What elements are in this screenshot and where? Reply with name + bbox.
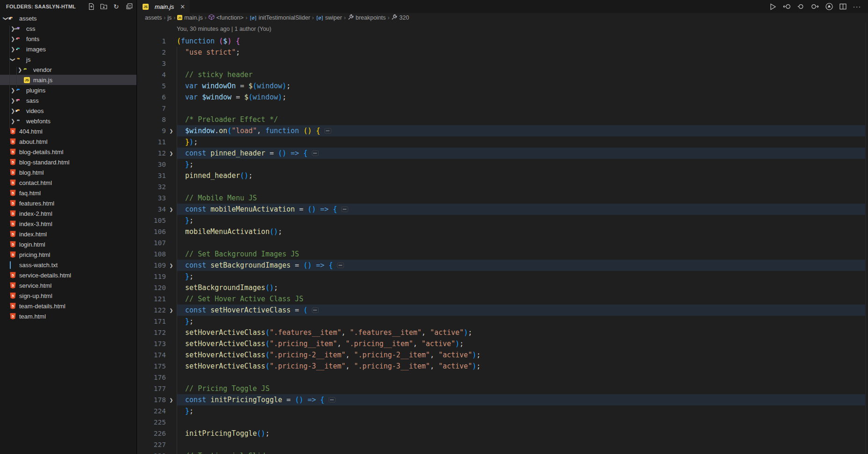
tree-item-main-js[interactable]: JSmain.js xyxy=(0,75,136,85)
new-folder-button[interactable] xyxy=(100,3,108,11)
code-line-content[interactable] xyxy=(177,417,865,428)
tree-chevron-icon[interactable]: ❯ xyxy=(9,119,17,124)
tree-item-pricing-html[interactable]: 5pricing.html xyxy=(0,249,136,260)
tree-item-assets[interactable]: ❯▤assets xyxy=(0,13,136,23)
tree-item-faq-html[interactable]: 5faq.html xyxy=(0,188,136,198)
fold-chevron-icon[interactable]: ❯ xyxy=(170,128,173,135)
code-line-content[interactable]: pinned_header(); xyxy=(177,170,865,181)
code-line-content[interactable]: // Set Hover Active Class JS xyxy=(177,293,865,305)
explorer-section-header[interactable]: FOLDERS: SAASLYN-HTML ↻ xyxy=(0,0,136,13)
tree-item-js[interactable]: ❯JSjs xyxy=(0,54,136,64)
code-line-content[interactable]: $window.on("load", function () {⋯ xyxy=(177,125,865,136)
tree-item-blog-html[interactable]: 5blog.html xyxy=(0,167,136,177)
code-line-content[interactable]: }; xyxy=(177,159,865,170)
code-line-content[interactable]: initPricingToggle(); xyxy=(177,428,865,439)
code-line-content[interactable]: // Testimonial Slider xyxy=(177,450,865,454)
folded-region-badge[interactable]: ⋯ xyxy=(341,206,348,212)
breadcrumb-item--function-[interactable]: <function> xyxy=(208,14,244,21)
tab-main-js[interactable]: JS main.js ✕ xyxy=(137,0,190,13)
code-line-content[interactable]: setHoverActiveClass(".pricing__item", ".… xyxy=(177,338,865,349)
folded-region-badge[interactable]: ⋯ xyxy=(312,307,319,313)
code-line-content[interactable]: // sticky header xyxy=(177,69,865,80)
code-line-content[interactable]: var $window = $(window); xyxy=(177,92,865,103)
new-file-button[interactable] xyxy=(87,3,95,11)
tree-item-features-html[interactable]: 5features.html xyxy=(0,198,136,208)
folded-region-badge[interactable]: ⋯ xyxy=(329,397,336,403)
code-line-content[interactable] xyxy=(177,237,865,248)
folded-region-badge[interactable]: ⋯ xyxy=(324,128,331,134)
code-line-content[interactable]: setHoverActiveClass(".pricing-3__item", … xyxy=(177,361,865,372)
code-line-content[interactable]: }; xyxy=(177,405,865,417)
code-line-content[interactable]: // Pricing Toggle JS xyxy=(177,383,865,394)
tab-close-icon[interactable]: ✕ xyxy=(180,4,185,10)
tree-chevron-icon[interactable]: ❯ xyxy=(9,88,17,93)
code-line-content[interactable]: setBackgroundImages(); xyxy=(177,282,865,293)
breadcrumb-item-inittestimonialslider[interactable]: [∅]initTestimonialSlider xyxy=(249,14,310,21)
code-line-content[interactable] xyxy=(177,103,865,114)
tree-item-team-details-html[interactable]: 5team-details.html xyxy=(0,301,136,311)
breadcrumb-item-js[interactable]: js xyxy=(167,14,172,21)
code-line-content[interactable] xyxy=(177,372,865,383)
code-line-content[interactable]: const pinned_header = () => {⋯ xyxy=(177,148,865,159)
tree-item-contact-html[interactable]: 5contact.html xyxy=(0,177,136,188)
fold-chevron-icon[interactable]: ❯ xyxy=(170,150,173,157)
code-line-content[interactable]: setHoverActiveClass(".features__item", "… xyxy=(177,327,865,338)
breadcrumb-item-320[interactable]: 320 xyxy=(391,14,409,21)
fold-chevron-icon[interactable]: ❯ xyxy=(170,307,173,314)
code-line-content[interactable]: const mobileMenuActivation = () => {⋯ xyxy=(177,204,865,215)
code-line-content[interactable]: "use strict"; xyxy=(177,47,865,58)
code-line-content[interactable]: }); xyxy=(177,136,865,148)
fold-chevron-icon[interactable]: ❯ xyxy=(170,206,173,213)
tree-item-videos[interactable]: ❯▶videos xyxy=(0,106,136,116)
tree-item-plugins[interactable]: ❯▪plugins xyxy=(0,85,136,95)
tree-item-login-html[interactable]: 5login.html xyxy=(0,239,136,249)
code-line-content[interactable] xyxy=(177,439,865,450)
code-line-content[interactable]: }; xyxy=(177,271,865,282)
tree-item-webfonts[interactable]: ❯webfonts xyxy=(0,116,136,126)
breadcrumb-item-breakpoints[interactable]: breakpoints xyxy=(348,14,386,21)
breadcrumb-item-main-js[interactable]: JSmain.js xyxy=(177,14,203,21)
current-change-button[interactable] xyxy=(796,2,805,11)
code-line-content[interactable]: const setBackgroundImages = () => {⋯ xyxy=(177,260,865,271)
split-editor-button[interactable] xyxy=(839,2,847,11)
code-line-content[interactable]: }; xyxy=(177,215,865,226)
tree-item-sign-up-html[interactable]: 5sign-up.html xyxy=(0,291,136,301)
code-line-content[interactable]: mobileMenuActivation(); xyxy=(177,226,865,237)
code-line-content[interactable]: setHoverActiveClass(".pricing-2__item", … xyxy=(177,349,865,361)
code-line-content[interactable]: }; xyxy=(177,316,865,327)
more-actions-button[interactable]: ··· xyxy=(853,2,861,11)
tree-item-index-3-html[interactable]: 5index-3.html xyxy=(0,219,136,229)
code-line-content[interactable]: const setHoverActiveClass = (⋯ xyxy=(177,305,865,316)
tree-item-about-html[interactable]: 5about.html xyxy=(0,136,136,147)
code-line-content[interactable] xyxy=(177,181,865,192)
fold-chevron-icon[interactable]: ❯ xyxy=(170,397,173,404)
tree-item-images[interactable]: ❯▲images xyxy=(0,44,136,54)
tree-item-index-html[interactable]: 5index.html xyxy=(0,229,136,239)
refresh-explorer-button[interactable]: ↻ xyxy=(112,3,120,11)
code-line-content[interactable] xyxy=(177,58,865,69)
code-line-content[interactable]: const initPricingToggle = () => {⋯ xyxy=(177,394,865,405)
next-change-button[interactable] xyxy=(811,2,819,11)
code-line-content[interactable]: var windowOn = $(window); xyxy=(177,80,865,92)
tree-item-index-2-html[interactable]: 5index-2.html xyxy=(0,208,136,219)
tree-item-blog-details-html[interactable]: 5blog-details.html xyxy=(0,147,136,157)
tree-item-sass-watch-txt[interactable]: sass-watch.txt xyxy=(0,260,136,270)
breadcrumb-item-swiper[interactable]: [∅]swiper xyxy=(316,14,342,21)
tree-item-css[interactable]: ❯csscss xyxy=(0,23,136,34)
prev-change-button[interactable] xyxy=(782,2,791,11)
tree-item-404-html[interactable]: 5404.html xyxy=(0,126,136,136)
tree-item-team-html[interactable]: 5team.html xyxy=(0,311,136,321)
tree-item-fonts[interactable]: ❯Afonts xyxy=(0,34,136,44)
folded-region-badge[interactable]: ⋯ xyxy=(337,262,344,268)
collapse-folders-button[interactable] xyxy=(125,3,133,11)
tree-item-vendor[interactable]: ❯▫vendor xyxy=(0,64,136,75)
code-line-content[interactable]: /* Preloader Effect */ xyxy=(177,114,865,125)
tree-item-service-details-html[interactable]: 5service-details.html xyxy=(0,270,136,280)
tree-item-sass[interactable]: ❯Ssass xyxy=(0,95,136,106)
code-line-content[interactable]: // Set Background Images JS xyxy=(177,248,865,260)
tree-chevron-icon[interactable]: ❯ xyxy=(16,67,24,72)
tree-item-blog-standard-html[interactable]: 5blog-standard.html xyxy=(0,157,136,167)
tree-item-service-html[interactable]: 5service.html xyxy=(0,280,136,291)
folded-region-badge[interactable]: ⋯ xyxy=(312,150,319,156)
editor-pane[interactable]: You, 30 minutes ago | 1 author (You) 1(f… xyxy=(137,22,868,454)
